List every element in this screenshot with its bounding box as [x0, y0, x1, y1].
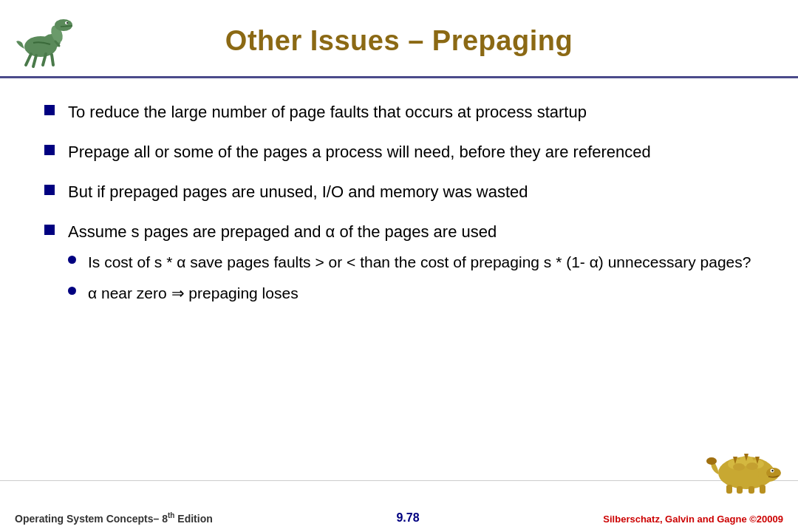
sub-bullet-icon	[68, 256, 76, 264]
list-item: Assume s pages are prepaged and α of the…	[44, 220, 754, 314]
footer: Operating System Concepts– 8th Edition 9…	[0, 480, 798, 532]
bullet-icon	[44, 225, 55, 235]
list-item: But if prepaged pages are unused, I/O an…	[44, 180, 754, 204]
slide-title: Other Issues – Prepaging	[89, 25, 776, 57]
svg-rect-24	[748, 486, 754, 494]
bullet-list: To reduce the large number of page fault…	[44, 100, 754, 313]
bullet-icon	[44, 105, 55, 115]
svg-rect-25	[760, 485, 765, 494]
bullet-icon	[44, 145, 55, 155]
bullet-text: Assume s pages are prepaged and α of the…	[68, 222, 497, 241]
list-item: To reduce the large number of page fault…	[44, 100, 754, 124]
header: Other Issues – Prepaging	[0, 0, 798, 78]
svg-line-6	[61, 26, 72, 27]
slide: Other Issues – Prepaging To reduce the l…	[0, 0, 798, 532]
svg-point-5	[66, 22, 68, 24]
bullet-text: To reduce the large number of page fault…	[68, 100, 587, 124]
sub-list-item: Is cost of s * α save pages faults > or …	[68, 251, 751, 273]
sub-bullet-icon	[68, 287, 76, 295]
svg-point-16	[733, 463, 745, 471]
svg-line-8	[52, 55, 53, 65]
raptor-icon	[15, 13, 81, 69]
sub-list-item: α near zero ⇒ prepaging loses	[68, 282, 751, 304]
sub-bullet-list: Is cost of s * α save pages faults > or …	[68, 251, 751, 305]
bullet-text: But if prepaged pages are unused, I/O an…	[68, 180, 528, 204]
svg-line-10	[33, 55, 36, 66]
footer-edition: Operating System Concepts– 8th Edition	[15, 511, 213, 525]
svg-point-26	[706, 457, 717, 465]
ankylosaurus-icon	[706, 436, 787, 495]
svg-point-19	[766, 468, 781, 478]
svg-rect-23	[737, 486, 743, 494]
list-item: Prepage all or some of the pages a proce…	[44, 140, 754, 164]
sub-bullet-text: α near zero ⇒ prepaging loses	[88, 282, 299, 304]
sub-bullet-text: Is cost of s * α save pages faults > or …	[88, 251, 751, 273]
svg-point-21	[771, 470, 773, 471]
svg-point-17	[746, 463, 758, 470]
svg-rect-22	[726, 485, 732, 494]
bullet-icon	[44, 185, 55, 195]
bullet-with-sub: Assume s pages are prepaged and α of the…	[68, 220, 751, 314]
footer-copyright: Silberschatz, Galvin and Gagne ©20009	[603, 514, 783, 525]
svg-line-9	[26, 54, 31, 65]
svg-point-3	[55, 19, 72, 31]
main-content: To reduce the large number of page fault…	[0, 78, 798, 480]
bullet-text: Prepage all or some of the pages a proce…	[68, 140, 651, 164]
footer-page: 9.78	[396, 511, 419, 525]
